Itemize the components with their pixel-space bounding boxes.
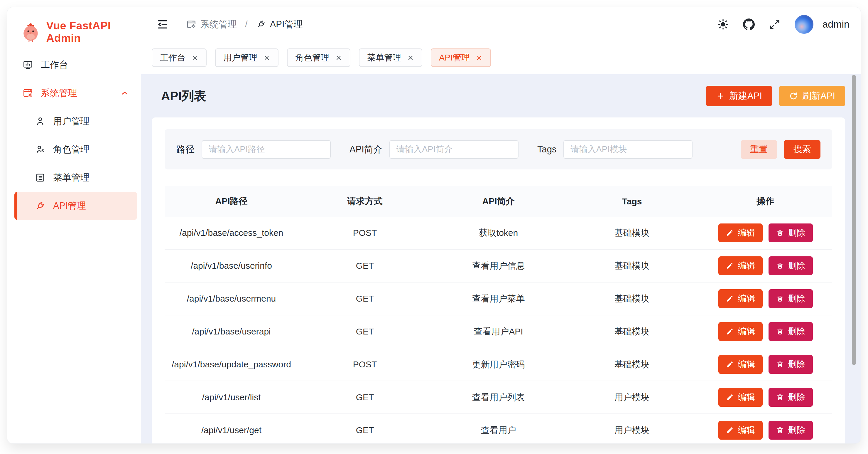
app-title: Vue FastAPI Admin [46, 20, 141, 44]
tab-label: 用户管理 [223, 52, 257, 64]
col-path: API路径 [165, 195, 298, 207]
sidebar-item-menus[interactable]: 菜单管理 [7, 164, 141, 192]
delete-button[interactable]: 删除 [769, 224, 813, 242]
close-icon[interactable] [335, 54, 342, 61]
delete-label: 删除 [788, 359, 805, 370]
breadcrumb-item-api[interactable]: API管理 [256, 18, 303, 31]
chevron-up-icon [120, 89, 129, 97]
reset-button[interactable]: 重置 [741, 140, 777, 159]
cell-tags: 基础模块 [565, 260, 699, 272]
trash-icon [776, 361, 784, 368]
tab-menus[interactable]: 菜单管理 [359, 49, 422, 67]
summary-filter-label: API简介 [349, 143, 382, 155]
filter-panel: 路径 API简介 Tags 重置 搜索 [165, 129, 832, 169]
page-title: API列表 [161, 88, 206, 104]
vertical-scrollbar[interactable] [852, 75, 856, 365]
close-icon[interactable] [476, 54, 483, 61]
sidebar-item-api[interactable]: API管理 [14, 192, 137, 220]
trash-icon [776, 229, 784, 237]
avatar[interactable] [795, 15, 813, 34]
sidebar: Vue FastAPI Admin 工作台 系统管理 [7, 7, 141, 444]
cell-path: /api/v1/base/access_token [165, 228, 298, 238]
create-api-button[interactable]: 新建API [706, 86, 772, 106]
refresh-api-button[interactable]: 刷新API [779, 86, 845, 106]
sidebar-item-label: 工作台 [41, 59, 68, 71]
cell-method: POST [298, 228, 432, 238]
cell-method: GET [298, 392, 432, 402]
api-plug-icon [256, 19, 266, 29]
table-row: /api/v1/user/get GET 查看用户 用户模块 编辑 删除 [165, 414, 832, 444]
tab-users[interactable]: 用户管理 [215, 49, 278, 67]
username[interactable]: admin [822, 19, 849, 30]
tab-workbench[interactable]: 工作台 [152, 49, 207, 67]
edit-button[interactable]: 编辑 [718, 322, 763, 341]
main-area: 系统管理 / API管理 [141, 7, 861, 444]
breadcrumb-label: 系统管理 [200, 18, 237, 31]
cell-path: /api/v1/base/userinfo [165, 261, 298, 271]
tab-label: API管理 [439, 52, 470, 64]
tab-roles[interactable]: 角色管理 [287, 49, 350, 67]
edit-label: 编辑 [738, 293, 755, 305]
cell-path: /api/v1/user/list [165, 392, 298, 402]
sidebar-item-system[interactable]: 系统管理 [7, 79, 141, 107]
page-actions: 新建API 刷新API [706, 86, 845, 106]
cell-summary: 查看用户信息 [432, 260, 565, 272]
close-icon[interactable] [263, 54, 270, 61]
sidebar-collapse-icon[interactable] [156, 18, 169, 31]
cell-path: /api/v1/user/get [165, 425, 298, 435]
cell-summary: 获取token [432, 227, 565, 239]
edit-button[interactable]: 编辑 [718, 256, 763, 275]
cell-summary: 查看用户 [432, 424, 565, 436]
cell-method: GET [298, 425, 432, 435]
monitor-icon [23, 60, 33, 70]
delete-button[interactable]: 删除 [769, 355, 813, 374]
cell-summary: 更新用户密码 [432, 359, 565, 371]
fullscreen-icon[interactable] [769, 19, 780, 30]
create-api-label: 新建API [729, 90, 762, 102]
cell-tags: 基础模块 [565, 227, 699, 239]
breadcrumb-item-system[interactable]: 系统管理 [186, 18, 237, 31]
edit-button[interactable]: 编辑 [718, 289, 763, 308]
edit-label: 编辑 [738, 424, 755, 436]
search-button[interactable]: 搜索 [784, 140, 820, 159]
system-gear-icon [23, 88, 33, 98]
table-header: API路径 请求方式 API简介 Tags 操作 [165, 186, 832, 217]
sidebar-item-workbench[interactable]: 工作台 [7, 51, 141, 79]
sidebar-item-roles[interactable]: 角色管理 [7, 135, 141, 164]
delete-button[interactable]: 删除 [769, 388, 813, 407]
pencil-icon [726, 426, 734, 434]
path-filter-input[interactable] [202, 140, 331, 159]
cell-tags: 用户模块 [565, 424, 699, 436]
tags-filter-input[interactable] [563, 140, 692, 159]
col-summary: API简介 [432, 195, 565, 207]
pencil-icon [726, 229, 734, 237]
edit-label: 编辑 [738, 326, 755, 337]
cell-path: /api/v1/base/update_password [165, 360, 298, 369]
cell-tags: 用户模块 [565, 392, 699, 403]
theme-sun-icon[interactable] [717, 19, 729, 30]
delete-button[interactable]: 删除 [769, 256, 813, 275]
github-icon[interactable] [743, 19, 755, 30]
path-filter-label: 路径 [176, 143, 194, 155]
edit-button[interactable]: 编辑 [718, 421, 763, 439]
delete-button[interactable]: 删除 [769, 322, 813, 341]
tab-api[interactable]: API管理 [431, 49, 491, 67]
edit-button[interactable]: 编辑 [718, 388, 763, 407]
topbar-actions: admin [717, 15, 849, 34]
cell-method: POST [298, 360, 432, 369]
close-icon[interactable] [191, 54, 198, 61]
delete-button[interactable]: 删除 [769, 289, 813, 308]
delete-label: 删除 [788, 227, 805, 239]
summary-filter-input[interactable] [390, 140, 519, 159]
close-icon[interactable] [407, 54, 414, 61]
trash-icon [776, 262, 784, 269]
sidebar-item-users[interactable]: 用户管理 [7, 107, 141, 135]
col-actions: 操作 [699, 195, 832, 207]
delete-button[interactable]: 删除 [769, 421, 813, 439]
edit-button[interactable]: 编辑 [718, 224, 763, 242]
edit-button[interactable]: 编辑 [718, 355, 763, 374]
cell-path: /api/v1/base/usermenu [165, 294, 298, 304]
tab-label: 菜单管理 [367, 52, 401, 64]
table-row: /api/v1/base/update_password POST 更新用户密码… [165, 348, 832, 381]
sidebar-menu: 工作台 系统管理 用户管理 [7, 51, 141, 220]
